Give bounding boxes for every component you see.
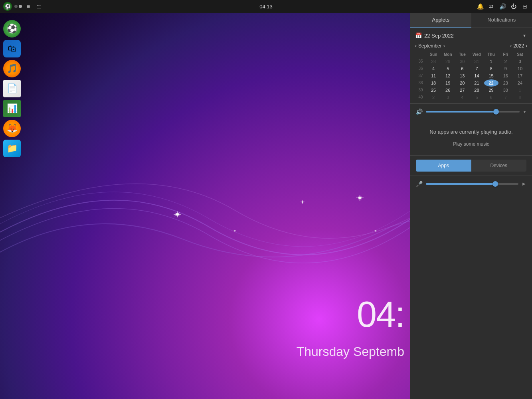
svg-point-19 [233, 230, 235, 231]
taskbar-network-icon[interactable]: ⇄ [487, 2, 495, 10]
calendar-day-w4-d4[interactable]: 21 [469, 79, 484, 87]
calendar-day-w2-d3[interactable]: 6 [455, 65, 469, 72]
cinnamon-menu-button[interactable]: ⚽ [3, 2, 12, 11]
calendar-day-w6-d3[interactable]: 4 [455, 94, 469, 101]
calendar-day-w6-d6[interactable]: 7 [498, 94, 513, 101]
mic-expand-arrow[interactable]: ▶ [522, 181, 526, 187]
calendar-day-w5-d6[interactable]: 30 [498, 87, 513, 94]
calendar-day-w2-d2[interactable]: 5 [441, 65, 455, 72]
calendar-day-w2-d4[interactable]: 7 [469, 65, 484, 72]
status-dot-1 [14, 5, 18, 8]
calendar-day-w6-d4[interactable]: 5 [469, 94, 484, 101]
calendar-day-w4-d6[interactable]: 23 [498, 79, 513, 87]
calendar-day-w3-d7[interactable]: 17 [513, 72, 527, 79]
right-panel: Applets Notifications 📅 22 Sep 2022 ▾ ‹ … [410, 13, 532, 399]
calendar-day-w5-d3[interactable]: 27 [455, 87, 469, 94]
calendar-day-w4-d1[interactable]: 18 [426, 79, 441, 87]
svg-point-0 [176, 213, 179, 215]
calendar-day-w3-d1[interactable]: 11 [426, 72, 441, 79]
mic-track [426, 183, 518, 185]
calendar-day-w1-d4[interactable]: 31 [469, 58, 484, 65]
calendar-day-w6-d1[interactable]: 2 [426, 94, 441, 101]
calendar-day-w5-d4[interactable]: 28 [469, 87, 484, 94]
taskbar-bell-icon[interactable]: 🔔 [476, 2, 484, 10]
calendar-day-w6-d2[interactable]: 3 [441, 94, 455, 101]
taskbar-clock[interactable]: 04:13 [259, 4, 273, 10]
play-music-link[interactable]: Play some music [453, 141, 489, 147]
week-header [415, 51, 426, 58]
calendar-dropdown-button[interactable]: ▾ [522, 32, 527, 39]
dock-item-files[interactable]: 📁 [3, 140, 21, 157]
calendar-day-w4-d5[interactable]: 22 [484, 79, 498, 87]
volume-fill [426, 111, 496, 113]
dock-item-soccer[interactable]: ⚽ [3, 20, 21, 38]
dock-item-doc[interactable]: 📄 [3, 80, 21, 97]
taskbar-menu-icon[interactable]: ≡ [24, 2, 32, 10]
calendar-day-w1-d1[interactable]: 28 [426, 58, 441, 65]
year-nav[interactable]: ‹ 2022 › [510, 43, 527, 49]
doc-icon: 📄 [7, 83, 18, 94]
dock-item-firefox[interactable]: 🦊 [3, 120, 21, 137]
calendar-day-w5-d5[interactable]: 29 [484, 87, 498, 94]
calendar-day-w5-d7[interactable]: 1 [513, 87, 527, 94]
audio-tab-devices[interactable]: Devices [471, 160, 527, 172]
taskbar-power-icon[interactable]: ⏻ [510, 2, 518, 10]
volume-slider[interactable] [426, 108, 520, 116]
month-nav[interactable]: ‹ September › [415, 43, 445, 49]
week-number-1: 35 [415, 58, 426, 65]
volume-thumb[interactable] [493, 109, 499, 115]
mic-thumb[interactable] [492, 181, 498, 187]
calendar-week-5: 392526272829301 [415, 87, 527, 94]
calendar-day-w2-d7[interactable]: 10 [513, 65, 527, 72]
taskbar-folder-icon[interactable]: 🗀 [35, 2, 43, 10]
day-header-sun: Sun [426, 51, 441, 58]
calendar-day-w1-d7[interactable]: 3 [513, 58, 527, 65]
calendar-day-w1-d6[interactable]: 2 [498, 58, 513, 65]
calendar-day-w6-d7[interactable]: 8 [513, 94, 527, 101]
vinyl-icon: 🎵 [7, 63, 18, 74]
dock-item-bag[interactable]: 🛍 [3, 40, 21, 57]
calendar-day-w2-d1[interactable]: 4 [426, 65, 441, 72]
calendar-day-w4-d7[interactable]: 24 [513, 79, 527, 87]
calendar-day-w2-d5[interactable]: 8 [484, 65, 498, 72]
calendar-week-3: 3711121314151617 [415, 72, 527, 79]
dock-item-vinyl[interactable]: 🎵 [3, 60, 21, 77]
calendar-day-w3-d4[interactable]: 14 [469, 72, 484, 79]
calendar-day-w4-d2[interactable]: 19 [441, 79, 455, 87]
day-header-tue: Tue [455, 51, 469, 58]
calendar-day-w1-d5[interactable]: 1 [484, 58, 498, 65]
svg-point-20 [374, 230, 376, 231]
tab-applets[interactable]: Applets [410, 13, 471, 28]
calendar-weeks: 3528293031123364567891037111213141516173… [415, 58, 527, 101]
calendar-day-w3-d3[interactable]: 13 [455, 72, 469, 79]
calendar-day-w3-d6[interactable]: 16 [498, 72, 513, 79]
calendar-day-w5-d2[interactable]: 26 [441, 87, 455, 94]
calendar-day-w1-d3[interactable]: 30 [455, 58, 469, 65]
audio-tab-apps[interactable]: Apps [416, 160, 471, 172]
taskbar-volume-icon[interactable]: 🔊 [498, 2, 506, 10]
dock-item-sheet[interactable]: 📊 [3, 100, 21, 117]
volume-expand-arrow[interactable]: ▾ [523, 109, 526, 115]
day-header-mon: Mon [441, 51, 455, 58]
calendar-day-w5-d1[interactable]: 25 [426, 87, 441, 94]
status-dots [14, 5, 22, 8]
calendar-day-w4-d3[interactable]: 20 [455, 79, 469, 87]
volume-track [426, 111, 520, 113]
prev-month-icon: ‹ [415, 43, 417, 49]
tab-notifications[interactable]: Notifications [471, 13, 532, 28]
calendar-day-w6-d5[interactable]: 6 [484, 94, 498, 101]
next-year-icon: › [526, 43, 527, 49]
week-number-6: 40 [415, 94, 426, 101]
calendar-week-1: 3528293031123 [415, 58, 527, 65]
calendar-day-w2-d6[interactable]: 9 [498, 65, 513, 72]
taskbar-left: ⚽ ≡ 🗀 [3, 2, 43, 11]
taskbar-screenshot-icon[interactable]: ⊟ [521, 2, 529, 10]
calendar-day-w3-d5[interactable]: 15 [484, 72, 498, 79]
calendar-day-w1-d2[interactable]: 29 [441, 58, 455, 65]
calendar-day-w3-d2[interactable]: 12 [441, 72, 455, 79]
selected-date-label: 22 Sep 2022 [424, 33, 454, 39]
mic-slider[interactable] [426, 180, 518, 188]
year-label: 2022 [513, 43, 524, 49]
prev-year-icon: ‹ [510, 43, 512, 49]
svg-point-8 [301, 201, 303, 203]
